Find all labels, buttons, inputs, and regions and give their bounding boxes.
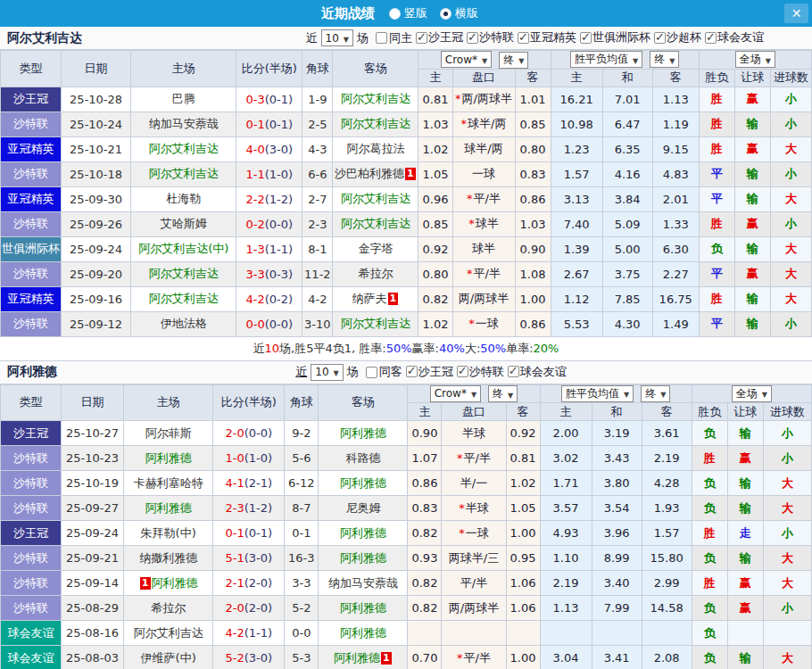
team-name: 阿尔艾利吉达 [341, 117, 410, 130]
radio-horizontal[interactable]: 横版 [440, 5, 478, 21]
handicap-result: 输 [727, 496, 763, 521]
league-filter[interactable]: 世俱洲际杯 [576, 29, 650, 45]
score-halftime: 4-1(2-1) [213, 471, 285, 496]
avg-home: 7.40 [551, 211, 602, 236]
checkbox-checked-icon[interactable] [508, 366, 519, 377]
checkbox-unchecked-icon[interactable] [366, 367, 377, 378]
avg-time-value: 终 [654, 52, 665, 67]
col-goals: 进球数 [770, 69, 811, 87]
league-filter[interactable]: 沙特联 [453, 364, 504, 380]
odds-time-select[interactable]: 终 [488, 385, 518, 402]
near-label: 近 [306, 30, 318, 46]
goals-ou: 大 [770, 286, 811, 311]
score-halftime: 2-2(1-2) [236, 186, 302, 211]
checkbox-checked-icon[interactable] [416, 32, 427, 44]
scope-select[interactable]: 全场 [732, 385, 772, 402]
league-filter[interactable]: 亚冠精英 [514, 29, 576, 45]
section-header-al-riyadh: 阿利雅德 近 10 场 同客 沙王冠沙特联球会友谊 [0, 361, 812, 384]
col-avg-home: 主 [540, 403, 592, 421]
odds-group-header: Crow*终 [418, 51, 551, 70]
corners: 5-3 [285, 646, 319, 669]
chevron-down-icon [766, 54, 771, 66]
scope-select[interactable]: 全场 [735, 51, 775, 68]
scope-group-header: 全场 [699, 51, 811, 70]
live-handicap-star: * [461, 117, 468, 130]
radio-horizontal-label: 横版 [455, 5, 478, 21]
avg-select[interactable]: 胜平负均值 [561, 385, 634, 402]
score-halftime: 2-1(2-0) [213, 571, 285, 596]
odds-away: 0.86 [515, 186, 551, 211]
red-card-badge: 1 [381, 652, 392, 665]
avg-draw: 7.99 [592, 596, 642, 621]
handicap-result: 赢 [727, 571, 763, 596]
avg-time-select[interactable]: 终 [650, 51, 679, 68]
team-name: 阿利雅德 [340, 476, 386, 490]
avg-home [540, 621, 592, 646]
odds-away: 0.86 [515, 311, 551, 336]
checkbox-checked-icon[interactable] [705, 32, 717, 44]
avg-home: 3.57 [540, 496, 592, 521]
home-team: 朱拜勒(中) [124, 521, 213, 546]
team-name: 巴腾 [172, 92, 195, 105]
score-halftime: 4-0(3-0) [236, 136, 302, 161]
handicap-result: 输 [727, 471, 763, 496]
league-filter[interactable]: 沙王冠 [412, 29, 463, 45]
league-filter[interactable]: 球会友谊 [701, 29, 764, 45]
summary-part: 近 [253, 341, 265, 357]
same-home-filter[interactable]: 同主 [369, 30, 412, 46]
league-filter[interactable]: 沙特联 [463, 29, 514, 45]
recent-count-select[interactable]: 10 [311, 364, 343, 381]
checkbox-unchecked-icon[interactable] [376, 32, 387, 44]
odds-company-select[interactable]: Crow* [430, 385, 481, 402]
team-name: 阿尔艾利吉达(中) [138, 242, 228, 255]
avg-home: 1.13 [540, 596, 592, 621]
avg-draw: 3.43 [592, 446, 642, 471]
team-name: 卡赫利塞哈特 [134, 476, 203, 490]
league-filter[interactable]: 球会友谊 [504, 364, 567, 380]
avg-away: 2.99 [642, 571, 692, 596]
close-icon[interactable]: ✕ [784, 4, 808, 23]
away-team: 阿利雅德 [319, 421, 408, 446]
avg-time-select[interactable]: 终 [641, 385, 670, 402]
avg-home: 1.12 [551, 286, 602, 311]
team-title: 阿尔艾利吉达 [7, 30, 82, 46]
odds-time-select[interactable]: 终 [499, 52, 528, 69]
league-filter[interactable]: 沙王冠 [402, 364, 453, 380]
checkbox-checked-icon[interactable] [518, 32, 529, 44]
checkbox-checked-icon[interactable] [580, 32, 592, 44]
handicap-result: 赢 [727, 596, 763, 621]
odds-home: 0.80 [418, 261, 452, 286]
summary-part: 40% [439, 342, 465, 355]
radio-vertical[interactable]: 竖版 [389, 5, 427, 21]
result: 负 [692, 546, 727, 571]
result: 胜 [699, 112, 734, 136]
away-team: 阿利雅德 [319, 521, 408, 546]
corners: 6-12 [285, 471, 319, 496]
radio-selected-icon[interactable] [440, 8, 452, 20]
handicap-result: 输 [734, 186, 770, 211]
home-team: 阿尔艾利吉达 [131, 261, 236, 286]
checkbox-checked-icon[interactable] [467, 32, 478, 44]
league-filter-label: 沙王冠 [428, 29, 463, 45]
goals-ou: 小 [770, 161, 811, 186]
away-team: 科路德 [319, 446, 408, 471]
odds-time-value: 终 [493, 386, 503, 401]
checkbox-checked-icon[interactable] [457, 366, 468, 377]
recent-count-select[interactable]: 10 [321, 29, 353, 46]
handicap-result: 输 [734, 236, 770, 261]
match-date: 25-08-29 [62, 596, 124, 621]
checkbox-checked-icon[interactable] [406, 366, 418, 377]
avg-select[interactable]: 胜平负均值 [570, 51, 642, 68]
team-name: 阿尔菲斯 [145, 426, 192, 440]
odds-home: 0.82 [408, 596, 442, 621]
league-filter[interactable]: 沙超杯 [650, 29, 701, 45]
result: 胜 [699, 211, 734, 236]
home-team: 阿尔艾利吉达 [131, 286, 236, 311]
live-handicap-star: * [468, 317, 475, 330]
odds-company-select[interactable]: Crow* [441, 51, 492, 68]
near-label[interactable]: 近 [295, 364, 307, 380]
checkbox-checked-icon[interactable] [654, 32, 666, 44]
radio-unselected-icon[interactable] [389, 8, 401, 20]
same-away-filter[interactable]: 同客 [359, 364, 402, 380]
team-name: 杜海勒 [166, 192, 201, 205]
